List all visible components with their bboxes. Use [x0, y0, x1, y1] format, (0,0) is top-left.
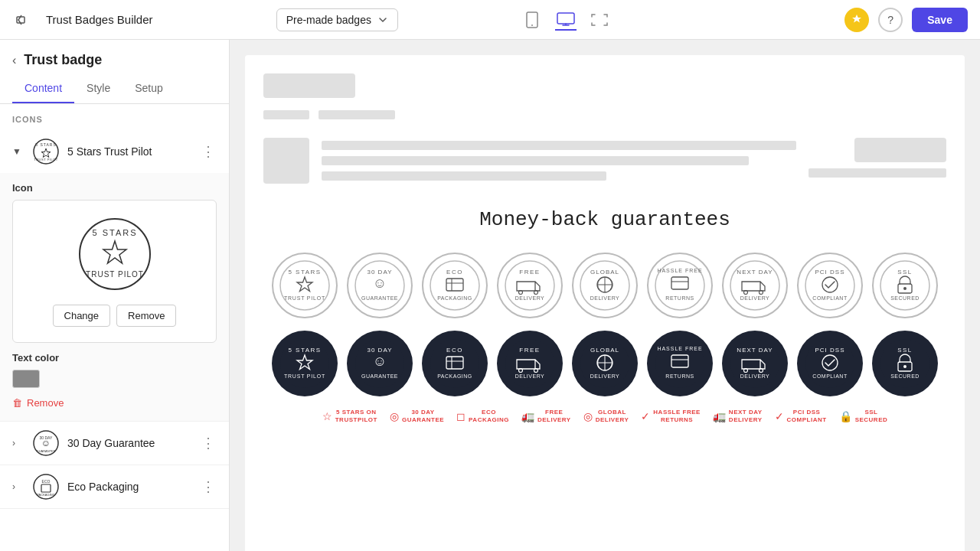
- sidebar: ‹ Trust badge Content Style Setup ICONS …: [0, 40, 230, 551]
- global-dark-badge: GLOBAL DELIVERY: [578, 337, 632, 390]
- fullscreen-icon[interactable]: [589, 9, 610, 31]
- svg-text:RETURNS: RETURNS: [665, 373, 694, 379]
- skeleton-header: [263, 73, 946, 119]
- svg-text:DELIVERY: DELIVERY: [515, 373, 545, 379]
- premade-badges-dropdown[interactable]: Pre-made badges: [276, 8, 398, 31]
- svg-text:30 DAY: 30 DAY: [368, 269, 393, 276]
- icon-item-header-eco[interactable]: › ECO PACKAGING Eco Packaging ⋮: [0, 465, 229, 508]
- hassle-dark-badge: HASSLE FREE RETURNS: [653, 337, 707, 390]
- hassle-free-light-badge: HASSLE FREE RETURNS: [653, 259, 707, 312]
- badge-dark-pci: PCI DSS COMPLIANT: [797, 331, 863, 396]
- svg-rect-3: [557, 13, 574, 24]
- svg-text:DELIVERY: DELIVERY: [590, 373, 620, 379]
- dropdown-label: Pre-made badges: [286, 14, 371, 26]
- icon-item-header-30day[interactable]: › 30 DAY ☺ GUARANTEE 30 Day Guarantee ⋮: [0, 422, 229, 465]
- svg-text:NEXT DAY: NEXT DAY: [737, 347, 773, 354]
- text-badge-ssl-icon: 🔒: [839, 410, 852, 422]
- text-badge-global-label: GLOBALDELIVERY: [596, 409, 629, 423]
- icon-item-label-30day: 30 Day Guarantee: [67, 437, 194, 449]
- free-delivery-dark-badge: FREE DELIVERY: [503, 337, 557, 390]
- sidebar-tabs: Content Style Setup: [0, 74, 229, 104]
- svg-text:HASSLE FREE: HASSLE FREE: [657, 346, 702, 351]
- badge-dark-global: GLOBAL DELIVERY: [572, 331, 638, 396]
- badge-dark-30day: 30 DAY ☺ GUARANTEE: [347, 331, 413, 396]
- icon-thumb-trust-pilot: 5 STARS TRUST PILOT: [32, 138, 60, 165]
- eco-thumb-icon: ECO PACKAGING: [32, 473, 60, 500]
- svg-text:ECO: ECO: [42, 479, 51, 484]
- badge-dark-hassle: HASSLE FREE RETURNS: [647, 331, 713, 396]
- icon-item-menu-eco[interactable]: ⋮: [201, 478, 217, 495]
- svg-text:GUARANTEE: GUARANTEE: [361, 295, 398, 301]
- change-icon-button[interactable]: Change: [53, 305, 111, 327]
- topbar-back-icon[interactable]: [12, 9, 34, 31]
- svg-text:NEXT DAY: NEXT DAY: [737, 269, 773, 276]
- next-day-dark-badge: NEXT DAY DELIVERY: [728, 337, 782, 390]
- badge-light-eco: ECO PACKAGING: [422, 253, 488, 318]
- icon-item-header-trust-pilot[interactable]: ▼ 5 STARS TRUST PILOT 5 Stars Trust Pilo…: [0, 130, 229, 173]
- icon-item-menu-30day[interactable]: ⋮: [201, 435, 217, 452]
- topbar-title: Trust Badges Builder: [46, 13, 153, 26]
- badge-dark-next-day: NEXT DAY DELIVERY: [722, 331, 788, 396]
- icon-item-label-trust-pilot: 5 Stars Trust Pilot: [67, 145, 194, 158]
- 30day-thumb-icon: 30 DAY ☺ GUARANTEE: [32, 429, 60, 457]
- svg-text:☺: ☺: [373, 276, 387, 291]
- badge-light-pci: PCI DSS COMPLIANT: [797, 253, 863, 318]
- text-badge-global-icon: ◎: [583, 410, 593, 422]
- remove-item-link[interactable]: 🗑 Remove: [12, 397, 217, 409]
- star-icon: [851, 14, 863, 26]
- save-button[interactable]: Save: [912, 8, 968, 32]
- svg-text:5 STARS: 5 STARS: [288, 347, 321, 354]
- svg-marker-22: [297, 277, 312, 292]
- remove-icon-button[interactable]: Remove: [116, 305, 176, 327]
- badge-light-hassle-free: HASSLE FREE RETURNS: [647, 253, 713, 318]
- trust-pilot-thumb-icon: 5 STARS TRUST PILOT: [32, 138, 60, 165]
- chevron-down-icon: [377, 15, 388, 25]
- tab-content[interactable]: Content: [12, 74, 74, 103]
- svg-text:SECURED: SECURED: [890, 373, 920, 379]
- text-badge-next-day: 🚛 NEXT DAYDELIVERY: [713, 409, 763, 423]
- mobile-view-icon[interactable]: [521, 9, 543, 31]
- text-badge-hassle-icon: ✓: [641, 410, 650, 422]
- svg-text:PCI DSS: PCI DSS: [815, 347, 844, 354]
- icon-thumb-30day: 30 DAY ☺ GUARANTEE: [32, 429, 60, 457]
- svg-text:SECURED: SECURED: [890, 295, 920, 301]
- text-badges-row: ☆ 5 STARS ONTRUSTPILOT ◎ 30 DAYGUARANTEE…: [263, 409, 946, 423]
- text-badge-ssl: 🔒 SSLSECURED: [839, 409, 888, 423]
- help-icon: ?: [887, 14, 893, 26]
- tab-style[interactable]: Style: [74, 74, 122, 103]
- badge-dark-eco: ECO PACKAGING: [422, 331, 488, 396]
- svg-text:SSL: SSL: [897, 269, 913, 276]
- svg-marker-10: [103, 241, 126, 263]
- global-delivery-light-badge: GLOBAL DELIVERY: [578, 259, 632, 312]
- sidebar-header: ‹ Trust badge: [0, 40, 229, 74]
- eco-dark-badge: ECO PACKAGING: [428, 337, 482, 390]
- text-badge-free-delivery: 🚛 FREEDELIVERY: [521, 409, 571, 423]
- icon-preview-box: 5 STARS TRUST PILOT Change Remove: [12, 200, 217, 343]
- text-badge-nd-icon: 🚛: [713, 410, 726, 422]
- svg-text:5 STARS: 5 STARS: [92, 228, 137, 237]
- svg-text:GUARANTEE: GUARANTEE: [361, 373, 398, 379]
- sidebar-back-button[interactable]: ‹: [12, 54, 16, 67]
- next-day-light-badge: NEXT DAY DELIVERY: [728, 259, 782, 312]
- svg-text:DELIVERY: DELIVERY: [590, 295, 620, 301]
- badge-light-trust-pilot: 5 STARS TRUST PILOT: [272, 253, 338, 318]
- tab-setup[interactable]: Setup: [122, 74, 175, 103]
- badge-dark-ssl: SSL SECURED: [872, 331, 938, 396]
- icon-item-menu-trust-pilot[interactable]: ⋮: [201, 143, 217, 160]
- main-layout: ‹ Trust badge Content Style Setup ICONS …: [0, 40, 980, 551]
- star-button[interactable]: [844, 8, 869, 32]
- help-button[interactable]: ?: [878, 8, 903, 32]
- text-badge-hassle: ✓ HASSLE FREERETURNS: [641, 409, 701, 423]
- svg-text:COMPLIANT: COMPLIANT: [812, 295, 848, 301]
- svg-text:PACKAGING: PACKAGING: [37, 493, 55, 497]
- text-badge-30day-label: 30 DAYGUARANTEE: [402, 409, 444, 423]
- trust-pilot-dark-badge: 5 STARS TRUST PILOT: [278, 337, 332, 390]
- icon-section-label: Icon: [12, 182, 217, 194]
- canvas: Money-back guarantees 5 STARS TRUST PILO…: [230, 40, 980, 551]
- desktop-view-icon[interactable]: [555, 9, 577, 31]
- text-badge-hassle-label: HASSLE FREERETURNS: [653, 409, 701, 423]
- free-delivery-light-badge: FREE DELIVERY: [503, 259, 557, 312]
- topbar: Trust Badges Builder Pre-made badges ? S…: [0, 0, 980, 40]
- svg-text:FREE: FREE: [519, 269, 540, 276]
- text-color-swatch[interactable]: [12, 370, 40, 388]
